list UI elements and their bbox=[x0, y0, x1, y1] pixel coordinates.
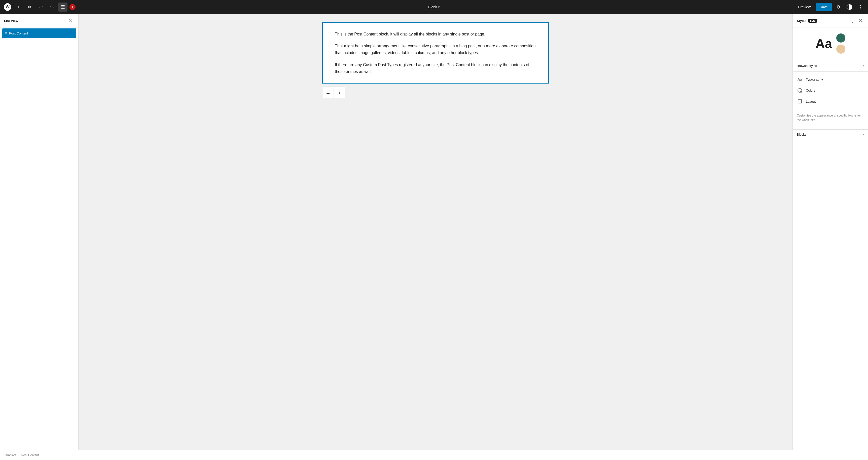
blocks-label: Blocks bbox=[797, 133, 806, 136]
list-view-item-options-button[interactable]: ⋮ bbox=[69, 30, 73, 36]
block-align-button[interactable]: ☰ bbox=[322, 87, 334, 98]
styles-customize-text: Customize the appearance of specific blo… bbox=[797, 113, 864, 122]
tools-button[interactable]: ✏ bbox=[25, 2, 34, 11]
list-view-panel: List View ✕ ≡ Post Content ⋮ bbox=[0, 14, 79, 450]
post-content-block[interactable]: This is the Post Content block, it will … bbox=[322, 22, 549, 84]
typography-label: Typography bbox=[806, 77, 864, 81]
list-view-title: List View bbox=[4, 19, 18, 23]
blocks-button[interactable]: Blocks › bbox=[793, 129, 868, 139]
close-icon: ✕ bbox=[69, 18, 73, 24]
styles-title-group: Styles Beta bbox=[797, 19, 817, 23]
half-circle-icon bbox=[846, 4, 852, 10]
toolbar-right-actions: Preview Save ⚙ ⋮ bbox=[795, 2, 865, 11]
pencil-icon: ✏ bbox=[28, 4, 32, 10]
styles-title: Styles bbox=[797, 19, 806, 23]
post-content-icon: ≡ bbox=[5, 31, 7, 35]
block-toolbar-group: ☰ ⋮ bbox=[322, 87, 345, 98]
more-menu-button[interactable]: ⋮ bbox=[856, 2, 865, 11]
browse-styles-button[interactable]: Browse styles › bbox=[793, 60, 868, 72]
more-options-icon: ⋮ bbox=[850, 18, 855, 23]
styles-options: Aa Typography Colors Layout bbox=[793, 72, 868, 109]
status-bar: Template › Post Content bbox=[0, 450, 868, 460]
styles-close-button[interactable]: ✕ bbox=[857, 17, 864, 24]
breadcrumb-template: Template bbox=[4, 454, 17, 457]
main-layout: List View ✕ ≡ Post Content ⋮ This is the… bbox=[0, 14, 868, 450]
notification-badge[interactable]: 1 bbox=[69, 4, 75, 10]
canvas-content: This is the Post Content block, it will … bbox=[322, 22, 549, 98]
beta-badge: Beta bbox=[808, 19, 817, 23]
wp-logo-icon: W bbox=[4, 3, 11, 11]
style-circle-dark bbox=[836, 33, 845, 42]
styles-more-options-button[interactable]: ⋮ bbox=[849, 17, 856, 24]
styles-customize-section: Customize the appearance of specific blo… bbox=[793, 109, 868, 129]
align-icon: ☰ bbox=[326, 90, 330, 95]
typography-option[interactable]: Aa Typography bbox=[793, 74, 868, 85]
post-content-paragraph-3: If there are any Custom Post Types regis… bbox=[335, 61, 536, 75]
breadcrumb-separator: › bbox=[19, 454, 20, 457]
plus-icon: + bbox=[18, 4, 20, 10]
list-view-item-post-content[interactable]: ≡ Post Content ⋮ bbox=[2, 28, 76, 38]
layout-icon-container bbox=[797, 98, 803, 104]
list-view-header: List View ✕ bbox=[0, 14, 78, 27]
styles-header: Styles Beta ⋮ ✕ bbox=[793, 14, 868, 27]
styles-toggle-button[interactable] bbox=[845, 2, 854, 11]
layout-label: Layout bbox=[806, 100, 864, 103]
layout-option[interactable]: Layout bbox=[793, 96, 868, 107]
block-toolbar: ☰ ⋮ bbox=[322, 87, 549, 98]
blocks-chevron-right-icon: › bbox=[863, 132, 864, 137]
settings-button[interactable]: ⚙ bbox=[834, 2, 843, 11]
close-icon: ✕ bbox=[859, 18, 863, 23]
layout-icon bbox=[798, 99, 802, 103]
chevron-down-icon: ▾ bbox=[438, 5, 440, 9]
style-preview-circles bbox=[836, 33, 845, 54]
preview-button[interactable]: Preview bbox=[795, 3, 814, 10]
gear-icon: ⚙ bbox=[836, 4, 840, 10]
redo-button[interactable]: ↪ bbox=[47, 2, 56, 11]
list-view-icon: ☰ bbox=[61, 4, 65, 10]
post-content-paragraph-2: That might be a simple arrangement like … bbox=[335, 42, 536, 56]
redo-icon: ↪ bbox=[50, 4, 54, 10]
chevron-right-icon: › bbox=[863, 63, 864, 68]
add-block-button[interactable]: + bbox=[14, 2, 23, 11]
styles-panel: Styles Beta ⋮ ✕ Aa Browse styles › bbox=[793, 14, 868, 450]
typography-icon: Aa bbox=[797, 76, 803, 82]
wp-logo-button[interactable]: W bbox=[3, 2, 12, 11]
undo-button[interactable]: ↩ bbox=[36, 2, 45, 11]
save-button[interactable]: Save bbox=[816, 3, 832, 11]
template-button[interactable]: Blank ▾ bbox=[426, 3, 442, 10]
styles-header-actions: ⋮ ✕ bbox=[849, 17, 864, 24]
template-selector: Blank ▾ bbox=[426, 3, 442, 10]
block-options-button[interactable]: ⋮ bbox=[334, 87, 345, 98]
options-icon: ⋮ bbox=[337, 90, 341, 95]
breadcrumb-post-content: Post Content bbox=[22, 454, 39, 457]
colors-icon-container bbox=[797, 87, 803, 93]
colors-label: Colors bbox=[806, 89, 864, 92]
list-view-toggle[interactable]: ☰ bbox=[58, 2, 67, 11]
canvas-area: This is the Post Content block, it will … bbox=[79, 14, 793, 450]
undo-icon: ↩ bbox=[39, 4, 43, 10]
more-options-icon: ⋮ bbox=[69, 30, 73, 36]
browse-styles-label: Browse styles bbox=[797, 64, 817, 68]
post-content-paragraph-1: This is the Post Content block, it will … bbox=[335, 31, 536, 37]
list-view-item-label: Post Content bbox=[9, 31, 69, 35]
list-view-close-button[interactable]: ✕ bbox=[67, 17, 74, 24]
style-preview-text: Aa bbox=[815, 37, 832, 50]
style-circle-light bbox=[836, 44, 845, 54]
main-toolbar: W + ✏ ↩ ↪ ☰ 1 Blank ▾ Preview Save ⚙ bbox=[0, 0, 868, 14]
styles-preview: Aa bbox=[793, 27, 868, 60]
colors-icon bbox=[798, 88, 802, 93]
more-options-icon: ⋮ bbox=[858, 4, 863, 10]
colors-option[interactable]: Colors bbox=[793, 85, 868, 96]
